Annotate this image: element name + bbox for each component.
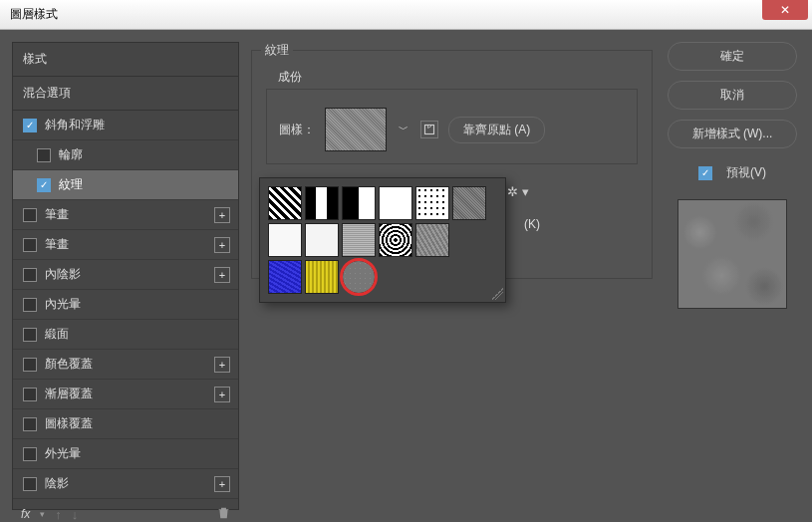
shortcut-label: (K) xyxy=(524,217,540,231)
pattern-swatch[interactable] xyxy=(452,186,486,220)
pattern-thumbnail[interactable] xyxy=(325,108,387,151)
style-row[interactable]: 輪廓 xyxy=(13,140,238,170)
cancel-button[interactable]: 取消 xyxy=(668,81,797,110)
style-checkbox[interactable] xyxy=(37,148,51,162)
pattern-picker: ✲ ▾ xyxy=(259,177,506,303)
pattern-dropdown-icon[interactable]: ﹀ xyxy=(397,121,410,138)
pattern-swatch[interactable] xyxy=(342,186,376,220)
trash-icon[interactable] xyxy=(217,505,230,522)
style-label: 內光暈 xyxy=(45,296,81,313)
fx-label[interactable]: fx xyxy=(21,507,30,521)
style-row[interactable]: 內陰影+ xyxy=(13,260,238,290)
add-effect-button[interactable]: + xyxy=(214,387,230,402)
pattern-swatch[interactable] xyxy=(305,186,339,220)
pattern-swatch[interactable] xyxy=(305,223,339,257)
style-label: 斜角和浮雕 xyxy=(45,117,105,133)
titlebar: 圖層樣式 ✕ xyxy=(0,0,812,30)
pattern-label: 圖樣： xyxy=(279,122,315,138)
pattern-swatch[interactable] xyxy=(268,223,302,257)
style-checkbox[interactable] xyxy=(23,298,37,312)
style-row[interactable]: 外光暈 xyxy=(13,439,238,469)
pattern-swatch[interactable] xyxy=(415,223,449,257)
style-label: 輪廓 xyxy=(59,146,83,163)
add-effect-button[interactable]: + xyxy=(214,237,230,253)
pattern-swatch[interactable] xyxy=(342,223,376,257)
pattern-swatch[interactable] xyxy=(268,260,302,294)
style-checkbox[interactable] xyxy=(37,178,51,192)
blending-options[interactable]: 混合選項 xyxy=(13,77,238,111)
arrow-up-icon[interactable]: ↑ xyxy=(55,507,62,522)
style-checkbox[interactable] xyxy=(23,208,37,222)
style-checkbox[interactable] xyxy=(23,238,37,252)
preview-row: 預視(V) xyxy=(698,164,766,181)
ok-button[interactable]: 確定 xyxy=(668,42,797,71)
style-row[interactable]: 斜角和浮雕 xyxy=(13,111,238,140)
add-effect-button[interactable]: + xyxy=(214,207,230,223)
pattern-swatch[interactable] xyxy=(268,186,302,220)
preview-texture xyxy=(678,200,786,308)
close-button[interactable]: ✕ xyxy=(762,0,808,20)
style-checkbox[interactable] xyxy=(23,417,37,431)
styles-header[interactable]: 樣式 xyxy=(13,43,238,77)
style-row[interactable]: 漸層覆蓋+ xyxy=(13,380,238,409)
pattern-row: 圖樣： ﹀ 靠齊原點 (A) xyxy=(279,108,625,151)
style-label: 陰影 xyxy=(45,475,69,492)
fx-dropdown-icon[interactable]: ▾ xyxy=(40,509,45,519)
pattern-swatch[interactable] xyxy=(379,186,412,220)
style-row[interactable]: 筆畫+ xyxy=(13,230,238,260)
preview-box xyxy=(677,199,787,309)
style-checkbox[interactable] xyxy=(23,477,37,491)
style-label: 外光暈 xyxy=(45,445,81,462)
gear-icon[interactable]: ✲ ▾ xyxy=(507,184,529,199)
elements-label: 成份 xyxy=(278,69,302,86)
style-label: 紋理 xyxy=(59,176,83,193)
style-label: 筆畫 xyxy=(45,206,69,223)
style-row[interactable]: 紋理 xyxy=(13,170,238,200)
pattern-swatch[interactable] xyxy=(379,223,412,257)
style-label: 筆畫 xyxy=(45,236,69,253)
style-row[interactable]: 陰影+ xyxy=(13,469,238,499)
style-row[interactable]: 筆畫+ xyxy=(13,200,238,230)
style-checkbox[interactable] xyxy=(23,268,37,282)
style-row[interactable]: 顏色覆蓋+ xyxy=(13,350,238,380)
style-label: 內陰影 xyxy=(45,266,81,283)
style-row[interactable]: 內光暈 xyxy=(13,290,238,320)
styles-footer: fx ▾ ↑ ↓ xyxy=(13,499,238,522)
snap-origin-button[interactable]: 靠齊原點 (A) xyxy=(448,117,545,143)
window-title: 圖層樣式 xyxy=(0,6,58,23)
dialog-body: 樣式 混合選項 斜角和浮雕輪廓紋理筆畫+筆畫+內陰影+內光暈緞面顏色覆蓋+漸層覆… xyxy=(0,30,812,522)
preview-checkbox[interactable] xyxy=(698,166,712,180)
buttons-panel: 確定 取消 新增樣式 (W)... 預視(V) xyxy=(665,42,800,510)
style-row[interactable]: 緞面 xyxy=(13,320,238,350)
add-effect-button[interactable]: + xyxy=(214,267,230,283)
arrow-down-icon[interactable]: ↓ xyxy=(72,507,79,522)
styles-panel: 樣式 混合選項 斜角和浮雕輪廓紋理筆畫+筆畫+內陰影+內光暈緞面顏色覆蓋+漸層覆… xyxy=(12,42,239,510)
style-checkbox[interactable] xyxy=(23,388,37,401)
style-checkbox[interactable] xyxy=(23,119,37,132)
pattern-swatch xyxy=(452,223,486,257)
elements-group: 圖樣： ﹀ 靠齊原點 (A) xyxy=(266,89,638,164)
add-effect-button[interactable]: + xyxy=(214,476,230,492)
svg-rect-0 xyxy=(425,126,434,134)
pattern-grid xyxy=(268,186,497,294)
texture-section-label: 紋理 xyxy=(261,42,293,59)
style-label: 緞面 xyxy=(45,326,69,343)
resize-grip-icon[interactable] xyxy=(491,288,503,300)
pattern-swatch[interactable] xyxy=(305,260,339,294)
new-style-button[interactable]: 新增樣式 (W)... xyxy=(668,120,797,148)
pattern-swatch[interactable] xyxy=(342,260,376,294)
style-checkbox[interactable] xyxy=(23,328,37,342)
preview-label: 預視(V) xyxy=(726,164,766,181)
new-preset-icon[interactable] xyxy=(420,121,438,138)
pattern-swatch[interactable] xyxy=(415,186,449,220)
style-row[interactable]: 圖樣覆蓋 xyxy=(13,409,238,439)
style-label: 圖樣覆蓋 xyxy=(45,415,93,432)
add-effect-button[interactable]: + xyxy=(214,357,230,373)
style-checkbox[interactable] xyxy=(23,447,37,461)
style-checkbox[interactable] xyxy=(23,358,37,372)
style-label: 顏色覆蓋 xyxy=(45,356,93,373)
style-label: 漸層覆蓋 xyxy=(45,386,93,402)
